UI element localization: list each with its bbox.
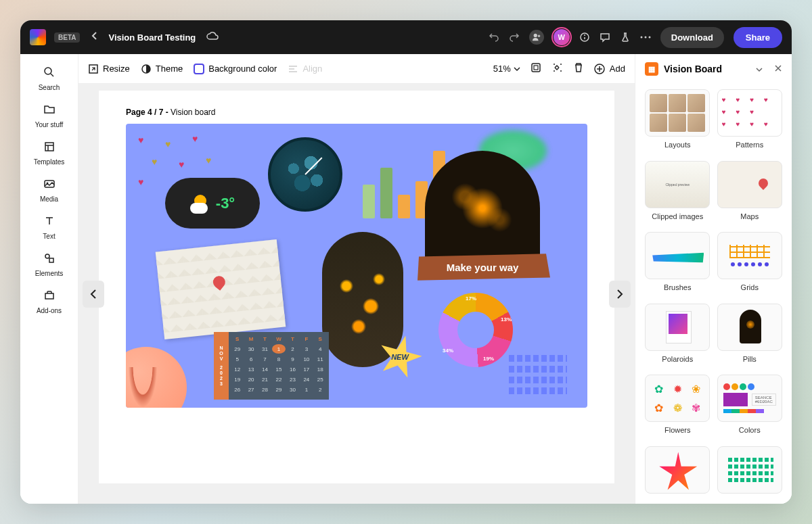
- svg-rect-11: [49, 258, 53, 262]
- user-avatar[interactable]: W: [554, 29, 570, 45]
- cloud-sync-icon[interactable]: [206, 31, 219, 43]
- weather-widget[interactable]: -3°: [165, 178, 260, 229]
- detach-icon[interactable]: [551, 62, 564, 76]
- text-icon: [43, 215, 55, 231]
- undo-icon[interactable]: [489, 32, 499, 43]
- beta-badge: BETA: [54, 32, 80, 43]
- svg-point-5: [648, 37, 650, 39]
- zoom-control[interactable]: 51%: [493, 64, 520, 74]
- svg-point-0: [533, 34, 537, 37]
- vision-board-panel: ▦ Vision Board Layouts Patterns Clipped …: [635, 54, 792, 504]
- svg-point-10: [45, 254, 49, 258]
- svg-rect-14: [532, 64, 540, 72]
- folder-icon: [43, 103, 55, 119]
- donut-chart-element[interactable]: 17% 13% 19% 34%: [438, 293, 513, 367]
- weather-cloud-icon: [190, 193, 210, 214]
- svg-point-3: [640, 37, 642, 39]
- calendar-element[interactable]: NOV 2023 SMTWTFS 2930311234 567891011 12…: [214, 332, 329, 400]
- panel-item-colors[interactable]: SEANCE#6D20ACColors: [717, 375, 783, 439]
- panel-item-patterns[interactable]: Patterns: [717, 89, 783, 154]
- prev-page-arrow[interactable]: [83, 281, 104, 308]
- delete-icon[interactable]: [573, 62, 584, 76]
- svg-rect-8: [45, 181, 54, 187]
- search-icon: [43, 66, 55, 82]
- nav-addons[interactable]: Add-ons: [20, 285, 78, 318]
- bgcolor-tool[interactable]: Background color: [194, 64, 277, 74]
- left-nav: Search Your stuff Templates Media Text E…: [20, 54, 78, 504]
- nav-media[interactable]: Media: [20, 174, 78, 207]
- waves-element[interactable]: [506, 355, 567, 394]
- addons-icon: [43, 289, 55, 305]
- align-tool: Align: [288, 64, 322, 74]
- panel-item-polaroids[interactable]: Polaroids: [645, 304, 710, 368]
- panel-collapse-icon[interactable]: [755, 64, 763, 74]
- comment-icon[interactable]: [600, 32, 610, 43]
- panel-item-burst[interactable]: [645, 446, 710, 499]
- back-arrow-icon[interactable]: [88, 28, 100, 46]
- panel-item-brushes[interactable]: Brushes: [645, 232, 710, 297]
- view-icon[interactable]: [530, 62, 542, 76]
- templates-icon: [43, 141, 55, 156]
- svg-point-17: [560, 64, 562, 65]
- nav-elements[interactable]: Elements: [20, 248, 78, 281]
- invite-user-icon[interactable]: [529, 30, 544, 45]
- new-badge-element[interactable]: NEW: [383, 340, 417, 374]
- add-button[interactable]: Add: [593, 63, 625, 75]
- clock-element[interactable]: [268, 137, 342, 212]
- svg-point-6: [45, 68, 51, 74]
- panel-item-clipped[interactable]: Clipped previewClipped images: [645, 161, 710, 226]
- svg-point-19: [560, 70, 562, 72]
- panel-item-grids[interactable]: Grids: [717, 232, 783, 297]
- bgcolor-swatch-icon: [194, 64, 204, 74]
- toolbar: Resize Theme Background color Align 51% …: [78, 54, 635, 84]
- svg-point-16: [554, 64, 555, 65]
- nav-templates[interactable]: Templates: [20, 137, 78, 170]
- panel-item-layouts[interactable]: Layouts: [645, 89, 710, 154]
- arch-image-element[interactable]: [425, 151, 540, 266]
- document-title[interactable]: Vision Board Testing: [108, 32, 196, 43]
- resize-tool[interactable]: Resize: [88, 64, 130, 74]
- map-element[interactable]: [156, 239, 286, 339]
- panel-item-waves[interactable]: [717, 446, 783, 499]
- share-button[interactable]: Share: [734, 27, 782, 48]
- svg-point-18: [554, 70, 555, 72]
- app-logo: [30, 29, 46, 45]
- panel-item-pills[interactable]: Pills: [717, 304, 783, 368]
- nav-your-stuff[interactable]: Your stuff: [20, 99, 78, 133]
- panel-item-flowers[interactable]: ✿✹❀✿❁✾Flowers: [645, 375, 710, 439]
- page-label: Page 4 / 7 - Vision board: [126, 108, 587, 117]
- nav-search[interactable]: Search: [20, 62, 78, 95]
- panel-close-icon[interactable]: [774, 64, 782, 74]
- canvas[interactable]: ♥♥♥ ♥♥♥ ♥ -3°: [126, 124, 587, 408]
- svg-rect-7: [45, 143, 53, 151]
- panel-title: Vision Board: [664, 64, 722, 74]
- svg-point-4: [644, 37, 646, 39]
- redo-icon[interactable]: [509, 32, 520, 43]
- banner-element[interactable]: Make your way: [415, 252, 550, 282]
- next-page-arrow[interactable]: [609, 281, 631, 308]
- download-button[interactable]: Download: [660, 27, 724, 48]
- more-icon[interactable]: [640, 36, 651, 39]
- beaker-icon[interactable]: [620, 32, 631, 43]
- theme-tool[interactable]: Theme: [141, 64, 183, 74]
- help-icon[interactable]: [579, 32, 590, 43]
- panel-icon: ▦: [645, 62, 658, 76]
- elements-icon: [43, 252, 55, 268]
- media-icon: [43, 178, 55, 193]
- peach-shape-element[interactable]: [126, 347, 187, 408]
- nav-text[interactable]: Text: [20, 211, 78, 244]
- top-bar: BETA Vision Board Testing W Download Sha…: [20, 20, 792, 54]
- svg-rect-15: [534, 66, 538, 70]
- panel-item-maps[interactable]: Maps: [717, 161, 783, 226]
- svg-point-2: [584, 34, 585, 36]
